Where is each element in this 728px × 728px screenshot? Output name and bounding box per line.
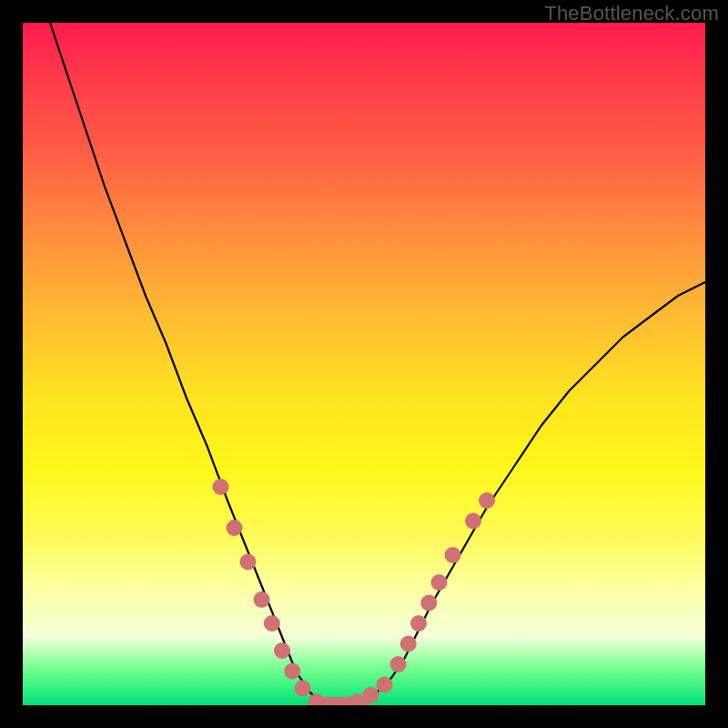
marker-dot <box>431 574 448 591</box>
marker-dot <box>295 680 311 696</box>
highlighted-points <box>213 479 496 705</box>
marker-dot <box>284 663 300 680</box>
marker-dot <box>363 687 379 703</box>
plot-area <box>23 23 705 705</box>
marker-dot <box>213 479 229 495</box>
marker-dot <box>227 520 243 536</box>
marker-dot <box>479 492 495 509</box>
marker-dot <box>420 595 437 612</box>
marker-dot <box>465 513 481 530</box>
marker-dot <box>377 677 393 693</box>
marker-dot <box>445 547 461 563</box>
marker-dot <box>264 615 280 632</box>
marker-dot <box>410 615 427 632</box>
marker-dot <box>274 642 290 659</box>
bottleneck-curve <box>50 23 705 705</box>
marker-dot <box>390 656 407 672</box>
chart-frame: TheBottleneck.com <box>0 0 728 728</box>
marker-dot <box>400 636 417 652</box>
marker-dot <box>240 554 257 571</box>
chart-svg <box>23 23 705 705</box>
marker-dot <box>254 592 270 608</box>
